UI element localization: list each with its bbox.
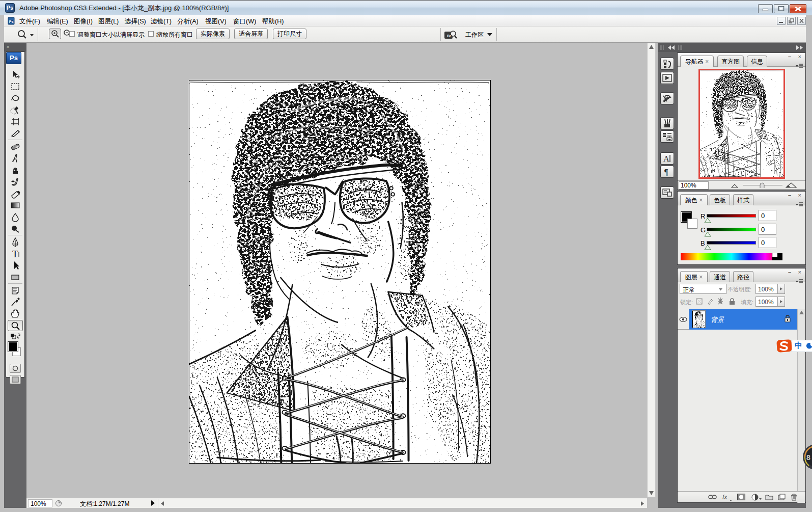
svg-text:Ps: Ps [9,20,14,23]
svg-text:A: A [663,154,669,163]
svg-text:T: T [12,249,18,259]
svg-text:fx: fx [722,494,727,501]
svg-text:¶: ¶ [664,168,668,176]
svg-text:8: 8 [806,453,810,462]
